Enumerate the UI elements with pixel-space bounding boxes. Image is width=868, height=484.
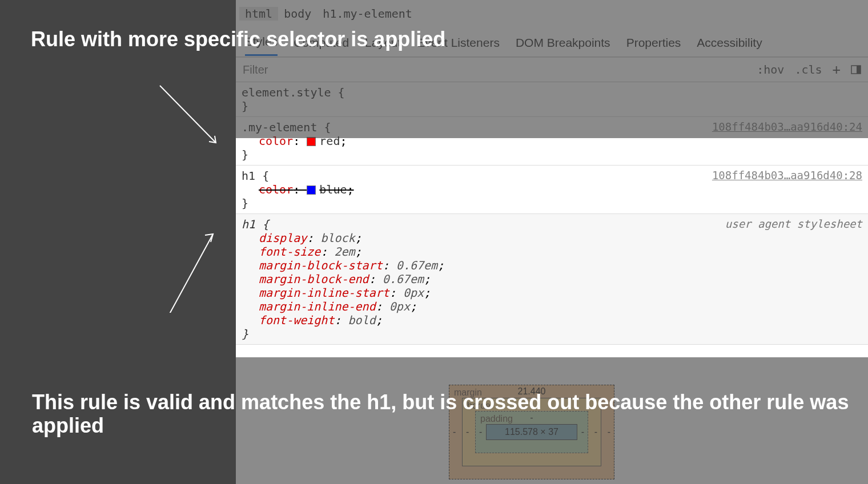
- tab-properties[interactable]: Properties: [626, 36, 681, 55]
- color-swatch[interactable]: [307, 185, 316, 195]
- arrow-icon: [130, 227, 216, 313]
- declaration[interactable]: color: red;: [242, 134, 862, 148]
- css-value: blue: [319, 183, 347, 196]
- declaration: display: block;: [242, 231, 862, 245]
- declaration: font-size: 2em;: [242, 245, 862, 259]
- breadcrumb: html body h1.my-element: [236, 0, 868, 27]
- rule-selector: h1: [242, 169, 255, 183]
- rule-source-link[interactable]: 108ff484b03…aa916d40:28: [712, 169, 862, 182]
- declaration: font-weight: bold;: [242, 313, 862, 327]
- css-property: color: [259, 134, 293, 148]
- color-swatch[interactable]: [307, 137, 316, 146]
- rule-selector: .my-element: [242, 120, 317, 134]
- css-value: red: [319, 134, 340, 148]
- toggle-sidebar-icon[interactable]: [851, 64, 861, 75]
- rule-source-link[interactable]: 108ff484b03…aa916d40:24: [712, 120, 862, 133]
- brace-open: {: [324, 120, 331, 134]
- brace-open: {: [262, 217, 269, 231]
- brace-open: {: [338, 86, 345, 99]
- annotation-specificity: Rule with more specific selector is appl…: [31, 27, 445, 51]
- class-toggle[interactable]: .cls: [794, 63, 822, 76]
- rule-h1-overridden[interactable]: 108ff484b03…aa916d40:28 h1 { color: blue…: [236, 166, 868, 214]
- brace-close: }: [242, 196, 248, 210]
- svg-rect-3: [857, 66, 861, 74]
- declaration: margin-inline-end: 0px;: [242, 300, 862, 313]
- tab-dom-breakpoints[interactable]: DOM Breakpoints: [516, 36, 610, 55]
- brace-close: }: [242, 148, 248, 162]
- rule-selector: element.style: [242, 86, 331, 99]
- styles-filter-bar: :hov .cls +: [236, 57, 868, 82]
- brace-close: }: [242, 99, 248, 113]
- tab-accessibility[interactable]: Accessibility: [697, 36, 762, 55]
- rule-selector: h1: [242, 217, 255, 231]
- svg-line-0: [160, 86, 216, 143]
- css-property: color: [259, 183, 293, 196]
- rule-element-style[interactable]: element.style { }: [236, 82, 868, 117]
- breadcrumb-item-body[interactable]: body: [278, 7, 317, 21]
- svg-line-1: [136, 234, 213, 313]
- rule-source-ua: user agent stylesheet: [725, 217, 862, 230]
- rule-user-agent[interactable]: user agent stylesheet h1 { display: bloc…: [236, 214, 868, 345]
- declaration: margin-block-end: 0.67em;: [242, 272, 862, 286]
- style-rules: element.style { } 108ff484b03…aa916d40:2…: [236, 82, 868, 345]
- breadcrumb-item-selected[interactable]: h1.my-element: [317, 7, 418, 21]
- filter-input[interactable]: [236, 58, 750, 82]
- new-rule-button[interactable]: +: [833, 62, 841, 78]
- arrow-icon: [154, 80, 240, 166]
- declaration: margin-block-start: 0.67em;: [242, 259, 862, 272]
- annotation-override: This rule is valid and matches the h1, b…: [32, 390, 868, 438]
- brace-close: }: [242, 327, 248, 341]
- declaration: margin-inline-start: 0px;: [242, 286, 862, 300]
- brace-open: {: [262, 169, 269, 183]
- breadcrumb-item-html[interactable]: html: [239, 7, 278, 21]
- declaration[interactable]: color: blue;: [242, 183, 862, 196]
- hover-toggle[interactable]: :hov: [757, 63, 784, 76]
- rule-my-element[interactable]: 108ff484b03…aa916d40:24 .my-element { co…: [236, 117, 868, 166]
